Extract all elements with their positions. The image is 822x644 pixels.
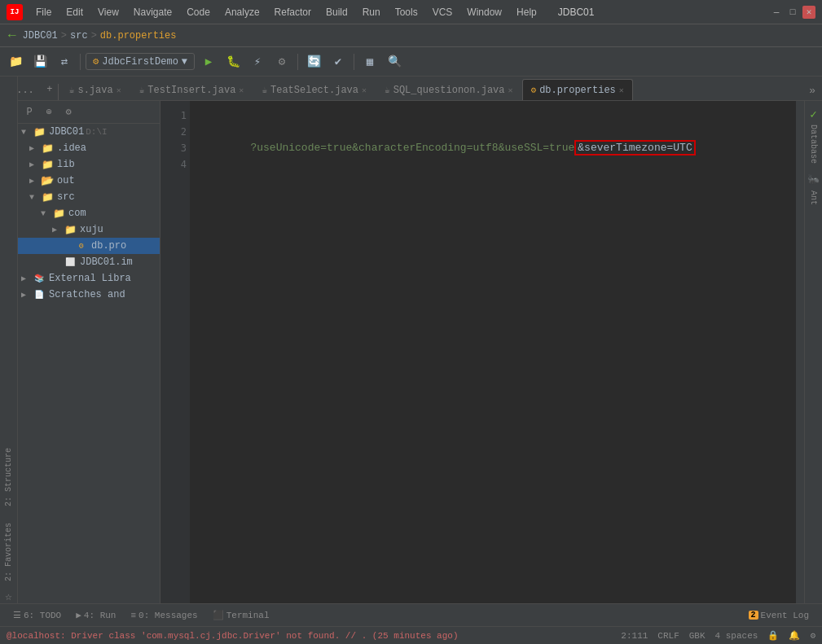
run-button[interactable]: ▶ [198, 51, 219, 72]
tab-sql-close[interactable]: ✕ [508, 85, 513, 95]
tree-src[interactable]: ▼ 📁 src [18, 189, 160, 205]
menu-bar: File Edit View Navigate Code Analyze Ref… [29, 5, 600, 20]
tab-bar: P... + ☕ s.java ✕ ☕ TestInsert.java ✕ ☕ … [0, 77, 822, 101]
search-everywhere-button[interactable]: 🔍 [384, 51, 405, 72]
minimize-button[interactable]: — [770, 6, 783, 19]
tree-db-prop-label: db.pro [91, 240, 126, 252]
back-arrow-icon[interactable]: ← [8, 28, 16, 43]
tree-ext-lib[interactable]: ▶ 📚 External Libra [18, 270, 160, 287]
breadcrumb-project[interactable]: JDBC01 [23, 30, 58, 42]
tab-db-label: db.properties [539, 85, 616, 96]
tree-idea[interactable]: ▶ 📁 .idea [18, 140, 160, 156]
run-tab[interactable]: ▶ 4: Run [69, 608, 122, 622]
indent-setting[interactable]: 4 spaces [715, 631, 758, 641]
line-separator[interactable]: CRLF [657, 631, 679, 641]
tab-teatselect-close[interactable]: ✕ [362, 85, 367, 95]
tab-db-close[interactable]: ✕ [619, 85, 624, 95]
sidebar-scope-btn[interactable]: P [21, 104, 37, 120]
menu-help[interactable]: Help [510, 5, 543, 20]
coverage-button[interactable]: ⚡ [247, 51, 268, 72]
tab-db-properties[interactable]: ⚙ db.properties ✕ [522, 79, 633, 100]
tab-testinsert-close[interactable]: ✕ [239, 85, 244, 95]
tree-db-properties[interactable]: ⚙ db.pro [18, 238, 160, 254]
run-label: 4: Run [84, 611, 116, 620]
tree-extlib-label: External Libra [49, 273, 131, 284]
menu-navigate[interactable]: Navigate [127, 5, 178, 20]
run-config-label: JdbcFirstDemo [102, 56, 178, 68]
tree-jdbc01-im[interactable]: ⬜ JDBC01.im [18, 254, 160, 270]
tree-out-arrow-icon: ▶ [29, 176, 41, 186]
toolbar-sync-btn[interactable]: ⇄ [54, 51, 75, 72]
run-icon: ▶ [76, 610, 81, 620]
menu-vcs[interactable]: VCS [426, 5, 459, 20]
editor-scrollbar[interactable] [796, 101, 804, 603]
debug-button[interactable]: 🐛 [222, 51, 244, 72]
favorites-label[interactable]: 2: Favorites [2, 518, 15, 586]
event-log-tab[interactable]: 2 Event Log [742, 609, 815, 622]
run-config-selector[interactable]: ⚙ JdbcFirstDemo ▼ [86, 53, 195, 70]
tree-out-label: out [57, 175, 75, 186]
breadcrumb-src[interactable]: src [70, 30, 88, 42]
star-icon[interactable]: ☆ [5, 589, 11, 603]
tab-s-java-close[interactable]: ✕ [116, 85, 121, 95]
tree-out[interactable]: ▶ 📂 out [18, 173, 160, 189]
tab-overflow-btn[interactable]: » [804, 81, 820, 100]
tree-root[interactable]: ▼ 📁 JDBC01 D:\I [18, 124, 160, 140]
file-encoding[interactable]: GBK [689, 631, 706, 641]
code-editor[interactable]: ?useUnicode=true&characterEncoding=utf8&… [190, 101, 796, 603]
vcs-commit-button[interactable]: ✔ [327, 51, 349, 72]
ant-label[interactable]: Ant [807, 187, 820, 208]
maximize-button[interactable]: □ [786, 6, 799, 19]
menu-tools[interactable]: Tools [389, 5, 424, 20]
menu-analyze[interactable]: Analyze [218, 5, 266, 20]
toolbar-open-btn[interactable]: 📁 [5, 51, 26, 72]
tab-testinsert-icon: ☕ [139, 85, 145, 95]
layout-button[interactable]: ▦ [359, 51, 380, 72]
ant-icon[interactable]: 🐜 [807, 173, 820, 186]
menu-refactor[interactable]: Refactor [268, 5, 318, 20]
tab-teatselect[interactable]: ☕ TeatSelect.java ✕ [253, 79, 376, 100]
toolbar-sep2 [297, 54, 298, 70]
tree-root-label: JDBC01 [49, 126, 84, 138]
menu-file[interactable]: File [29, 5, 58, 20]
toolbar-save-btn[interactable]: 💾 [29, 51, 51, 72]
tree-scratches[interactable]: ▶ 📄 Scratches and [18, 287, 160, 303]
tab-s-java[interactable]: ☕ s.java ✕ [60, 79, 130, 100]
tree-lib[interactable]: ▶ 📁 lib [18, 156, 160, 173]
tree-idea-folder-icon: 📁 [41, 142, 54, 155]
sidebar-add-btn[interactable]: ⊕ [41, 104, 57, 120]
profile-button[interactable]: ⚙ [271, 51, 292, 72]
tree-com[interactable]: ▼ 📁 com [18, 205, 160, 221]
toolbar: 📁 💾 ⇄ ⚙ JdbcFirstDemo ▼ ▶ 🐛 ⚡ ⚙ 🔄 ✔ ▦ 🔍 [0, 47, 822, 77]
menu-run[interactable]: Run [356, 5, 387, 20]
tree-xuju-arrow-icon: ▶ [52, 225, 64, 234]
tree-xuju[interactable]: ▶ 📁 xuju [18, 221, 160, 238]
menu-edit[interactable]: Edit [59, 5, 90, 20]
status-message: @localhost: Driver class 'com.mysql.cj.j… [7, 631, 459, 641]
messages-tab[interactable]: ≡ 0: Messages [124, 609, 204, 622]
close-button[interactable]: ✕ [802, 6, 815, 19]
todo-tab[interactable]: ☰ 6: TODO [7, 608, 68, 622]
settings-icon[interactable]: ⚙ [810, 630, 815, 641]
menu-view[interactable]: View [91, 5, 125, 20]
code-line-2: ?useUnicode=true&characterEncoding=utf8&… [200, 124, 786, 140]
tab-add-btn[interactable]: + [43, 79, 56, 100]
database-panel-label[interactable]: Database [807, 121, 820, 167]
terminal-tab[interactable]: ⬛ Terminal [206, 608, 276, 622]
cursor-position[interactable]: 2:111 [621, 631, 648, 641]
code-text-before-highlight: ?useUnicode=true&characterEncoding=utf8&… [250, 142, 574, 154]
sidebar-settings-btn[interactable]: ⚙ [60, 104, 77, 120]
line-num-4: 4 [164, 156, 187, 173]
breadcrumb-file[interactable]: db.properties [100, 30, 177, 42]
tab-testinsert[interactable]: ☕ TestInsert.java ✕ [130, 79, 253, 100]
structure-label[interactable]: 2: Structure [2, 443, 15, 511]
menu-build[interactable]: Build [319, 5, 354, 20]
tab-sql-question[interactable]: ☕ SQL_questionon.java ✕ [376, 79, 521, 100]
line-numbers: 1 2 3 4 [160, 101, 190, 603]
menu-window[interactable]: Window [460, 5, 508, 20]
menu-code[interactable]: Code [180, 5, 217, 20]
window-controls: — □ ✕ [770, 6, 815, 19]
vcs-update-button[interactable]: 🔄 [303, 51, 324, 72]
tree-lib-label: lib [57, 159, 75, 170]
tree-idea-label: .idea [57, 142, 86, 154]
